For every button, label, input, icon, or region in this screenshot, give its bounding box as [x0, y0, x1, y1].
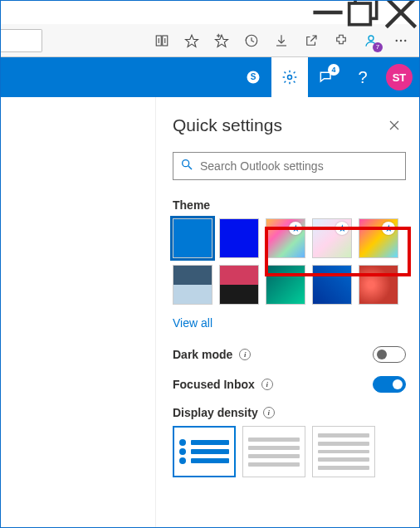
info-icon[interactable]: i — [263, 407, 275, 418]
minimize-button[interactable] — [310, 1, 346, 24]
density-label: Display density — [173, 406, 258, 419]
dark-mode-toggle[interactable] — [373, 346, 406, 363]
theme-grid: ★★★ — [173, 218, 405, 305]
quick-settings-panel: Quick settings Theme ★★★ View all Dark m… — [155, 97, 419, 527]
search-box[interactable] — [173, 152, 406, 180]
help-button[interactable]: ? — [344, 57, 381, 97]
content-area: Quick settings Theme ★★★ View all Dark m… — [1, 97, 419, 527]
close-window-button[interactable] — [383, 1, 419, 24]
premium-star-icon: ★ — [382, 222, 395, 235]
theme-swatch-t3[interactable]: ★ — [312, 218, 352, 258]
skype-button[interactable]: S — [235, 57, 271, 97]
svg-point-26 — [183, 160, 189, 167]
density-options — [173, 426, 406, 477]
premium-star-icon: ★ — [289, 222, 302, 235]
favorites-star-icon[interactable] — [177, 24, 207, 57]
browser-toolbar — [1, 24, 419, 57]
theme-swatch-t5[interactable] — [173, 265, 212, 305]
density-medium[interactable] — [242, 426, 305, 477]
focused-inbox-label: Focused Inbox — [173, 378, 255, 391]
density-compact[interactable] — [312, 426, 375, 477]
chat-button[interactable]: 4 — [308, 57, 344, 97]
outlook-header: S 4 ? ST — [1, 57, 419, 97]
more-icon[interactable] — [386, 24, 416, 57]
avatar[interactable]: ST — [386, 64, 413, 90]
svg-point-23 — [288, 76, 292, 80]
search-icon — [180, 158, 200, 174]
search-input[interactable] — [200, 159, 398, 173]
profile-icon[interactable] — [356, 24, 386, 57]
theme-swatch-t0[interactable] — [173, 218, 212, 258]
info-icon[interactable]: i — [239, 349, 251, 360]
theme-swatch-t6[interactable] — [219, 265, 259, 305]
svg-marker-10 — [216, 35, 228, 46]
theme-swatch-t8[interactable] — [312, 265, 352, 305]
extensions-icon[interactable] — [326, 24, 356, 57]
reading-list-icon[interactable] — [147, 24, 177, 57]
info-icon[interactable]: i — [261, 379, 273, 390]
add-favorite-icon[interactable] — [207, 24, 237, 57]
svg-line-16 — [310, 36, 316, 42]
theme-swatch-t1[interactable] — [219, 218, 259, 258]
window-titlebar — [1, 1, 419, 24]
history-icon[interactable] — [237, 24, 266, 57]
focused-inbox-toggle[interactable] — [373, 376, 406, 393]
downloads-icon[interactable] — [266, 24, 296, 57]
theme-swatch-t4[interactable]: ★ — [359, 218, 398, 258]
premium-star-icon: ★ — [335, 222, 349, 235]
theme-swatch-t7[interactable] — [266, 265, 305, 305]
maximize-button[interactable] — [346, 1, 383, 24]
svg-point-20 — [404, 39, 406, 41]
theme-swatch-t2[interactable]: ★ — [266, 218, 305, 258]
svg-text:S: S — [251, 72, 256, 81]
address-bar-fragment[interactable] — [1, 29, 42, 52]
panel-title: Quick settings — [173, 115, 282, 135]
share-icon[interactable] — [296, 24, 326, 57]
svg-marker-9 — [186, 35, 198, 46]
view-all-link[interactable]: View all — [173, 316, 406, 330]
close-panel-button[interactable] — [383, 114, 406, 137]
theme-swatch-t9[interactable] — [359, 265, 398, 305]
density-full[interactable] — [173, 426, 236, 477]
svg-point-19 — [400, 39, 402, 41]
theme-label: Theme — [173, 198, 406, 212]
svg-line-27 — [188, 166, 192, 169]
svg-point-18 — [396, 39, 398, 41]
dark-mode-label: Dark mode — [173, 348, 232, 361]
settings-button[interactable] — [271, 57, 308, 97]
mail-pane-empty — [1, 97, 155, 527]
svg-rect-2 — [349, 3, 371, 25]
svg-point-17 — [369, 36, 374, 41]
chat-badge: 4 — [328, 64, 339, 76]
